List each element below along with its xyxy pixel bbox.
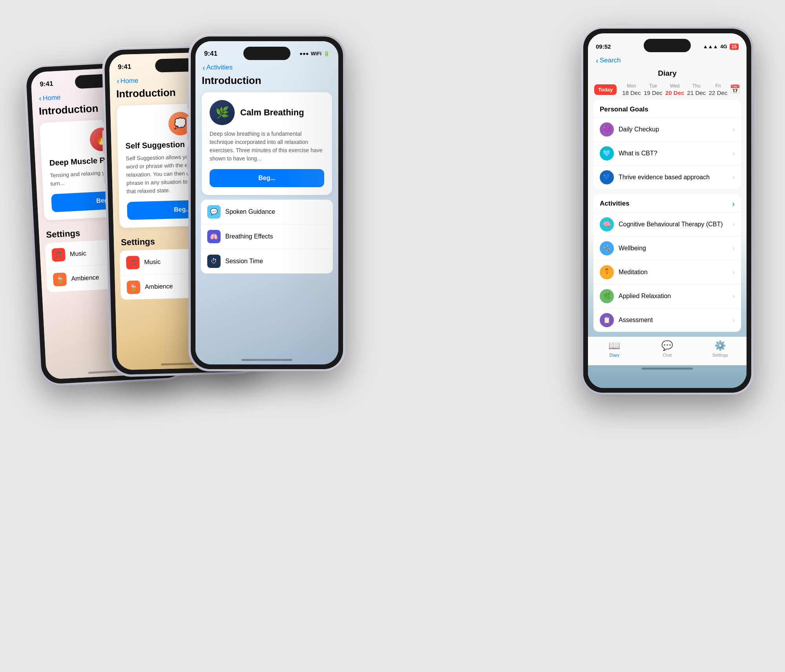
cal-day-wed[interactable]: Wed 20 Dec: [665, 83, 685, 96]
activities-title: Activities: [600, 200, 630, 208]
back-button-3[interactable]: ‹ Activities: [203, 63, 233, 72]
relaxation-icon: 🌿: [600, 289, 614, 303]
today-button[interactable]: Today: [594, 84, 617, 95]
cbt-goal-label: What is CBT?: [619, 150, 728, 157]
chevron-thrive: ›: [733, 174, 735, 181]
session-time-item[interactable]: ⏱ Session Time: [201, 249, 333, 273]
activity-cbt[interactable]: 🧠 Cognitive Behavioural Therapy (CBT) ›: [593, 212, 741, 236]
relaxation-label: Applied Relaxation: [619, 293, 728, 300]
back-arrow-4: ‹: [596, 56, 599, 65]
status-icons-3: ●●● WiFi 🔋: [299, 51, 330, 56]
tab-settings[interactable]: ⚙️ Settings: [694, 340, 747, 357]
activity-applied-relaxation[interactable]: 🌿 Applied Relaxation ›: [593, 284, 741, 308]
home-indicator-3: [241, 359, 292, 361]
chat-tab-label: Chat: [663, 353, 672, 357]
diary-title: Diary: [588, 68, 747, 81]
signal-label: 4G: [720, 44, 727, 49]
music-icon-2: 🎵: [126, 255, 140, 269]
activity-assessment[interactable]: 📋 Assessment ›: [593, 308, 741, 332]
chevron-assessment: ›: [733, 317, 735, 324]
session-icon: ⏱: [207, 255, 221, 268]
music-label-2: Music: [144, 258, 161, 266]
session-label: Session Time: [225, 258, 263, 265]
intro-title-3: Calm Breathing: [240, 107, 304, 118]
activities-arrow[interactable]: ›: [732, 199, 735, 208]
chevron-relaxation: ›: [733, 293, 735, 300]
ambience-label-1: Ambience: [71, 274, 99, 282]
chevron-cbt-act: ›: [733, 221, 735, 228]
ambience-label-2: Ambience: [145, 282, 173, 290]
cbt-goal-icon: 🩵: [600, 146, 614, 160]
main-scene: 9:41 ●●● WiFi 🔋 ‹ Home: [20, 22, 765, 650]
cal-day-mon: Mon 18 Dec: [621, 83, 641, 96]
breathing-icon: 🫁: [207, 230, 221, 243]
intro-card-3: 🌿 Calm Breathing Deep slow breathing is …: [202, 92, 332, 195]
chevron-daily: ›: [733, 126, 735, 133]
time-1: 9:41: [40, 80, 53, 88]
assessment-label: Assessment: [619, 317, 728, 324]
diary-nav: ‹ Search: [588, 55, 747, 68]
music-label-1: Music: [70, 249, 87, 257]
ambience-icon-2: 🍃: [127, 280, 141, 294]
calm-icon-3: 🌿: [210, 100, 235, 125]
ambience-icon-1: 🍃: [53, 272, 67, 286]
begin-button-3[interactable]: Beg...: [210, 169, 324, 187]
tab-chat[interactable]: 💬 Chat: [641, 340, 694, 357]
dynamic-island-4: [644, 39, 691, 52]
settings-list-3: 💬 Spoken Guidance 🫁 Breathing Effects ⏱: [201, 200, 333, 273]
phone-4-diary: 09:52 ▲▲▲ 4G 15 ‹ Search: [581, 26, 754, 395]
phone-3: 9:41 ●●● WiFi 🔋 ‹ Activities: [188, 34, 345, 372]
tab-diary[interactable]: 📖 Diary: [588, 340, 641, 357]
cal-day-tue: Tue 19 Dec: [643, 83, 663, 96]
back-button-1[interactable]: ‹ Home: [39, 93, 61, 103]
goal-what-is-cbt[interactable]: 🩵 What is CBT? ›: [593, 141, 741, 165]
spoken-label: Spoken Guidance: [225, 208, 275, 215]
chevron-wellbeing: ›: [733, 245, 735, 252]
diary-tab-label: Diary: [610, 353, 620, 357]
back-label-1: Home: [42, 93, 60, 102]
diary-time: 09:52: [596, 43, 611, 50]
settings-tab-label: Settings: [712, 353, 728, 357]
cbt-activity-label: Cognitive Behavioural Therapy (CBT): [619, 221, 728, 228]
diary-tab-icon: 📖: [608, 340, 620, 351]
cal-day-fri: Fri 22 Dec: [708, 83, 728, 96]
intro-heading-3: Introduction: [202, 75, 332, 87]
chevron-cbt: ›: [733, 150, 735, 157]
search-back-label: Search: [600, 56, 621, 64]
thrive-label: Thrive evidence based approach: [619, 174, 728, 181]
activity-wellbeing[interactable]: 🤸 Wellbeing ›: [593, 236, 741, 260]
diary-status-icons: ▲▲▲ 4G 15: [703, 44, 739, 50]
calendar-row: Today Mon 18 Dec Tue 19 Dec Wed 20 Dec: [588, 81, 747, 100]
chevron-meditation: ›: [733, 269, 735, 276]
time-2: 9:41: [118, 63, 131, 71]
back-button-2[interactable]: ‹ Home: [117, 76, 139, 85]
breathing-effects-item[interactable]: 🫁 Breathing Effects: [201, 224, 333, 249]
back-label-3: Activities: [206, 64, 233, 71]
spoken-guidance-item[interactable]: 💬 Spoken Guidance: [201, 200, 333, 224]
back-arrow-3: ‹: [203, 63, 205, 72]
meditation-icon: 🧘: [600, 265, 614, 279]
back-label-2: Home: [120, 76, 139, 85]
wellbeing-icon: 🤸: [600, 241, 614, 255]
daily-checkup-label: Daily Checkup: [619, 126, 728, 133]
cal-day-thu: Thu 21 Dec: [686, 83, 706, 96]
daily-checkup-icon: 💜: [600, 122, 614, 137]
activities-header: Activities ›: [593, 194, 741, 212]
goal-daily-checkup[interactable]: 💜 Daily Checkup ›: [593, 117, 741, 141]
music-icon-1: 🎵: [51, 248, 66, 262]
home-indicator-4: [642, 368, 693, 370]
activities-section: Activities › 🧠 Cognitive Behavioural The…: [593, 194, 741, 332]
settings-tab-icon: ⚙️: [714, 340, 726, 351]
calendar-icon[interactable]: 📅: [730, 84, 740, 95]
breathing-label: Breathing Effects: [225, 233, 273, 240]
search-back[interactable]: ‹ Search: [596, 56, 621, 65]
goal-thrive-evidence[interactable]: 💙 Thrive evidence based approach ›: [593, 165, 741, 189]
back-arrow-1: ‹: [39, 94, 42, 103]
back-arrow-2: ‹: [117, 76, 119, 86]
goals-header: Personal Goals: [593, 100, 741, 117]
screen-content-3: Introduction 🌿 Calm Breathing Deep slow …: [195, 75, 338, 357]
personal-goals-section: Personal Goals 💜 Daily Checkup › 🩵: [593, 100, 741, 189]
activity-meditation[interactable]: 🧘 Meditation ›: [593, 260, 741, 284]
tab-bar: 📖 Diary 💬 Chat ⚙️ Settings: [588, 337, 747, 365]
dynamic-island-3: [243, 47, 290, 60]
